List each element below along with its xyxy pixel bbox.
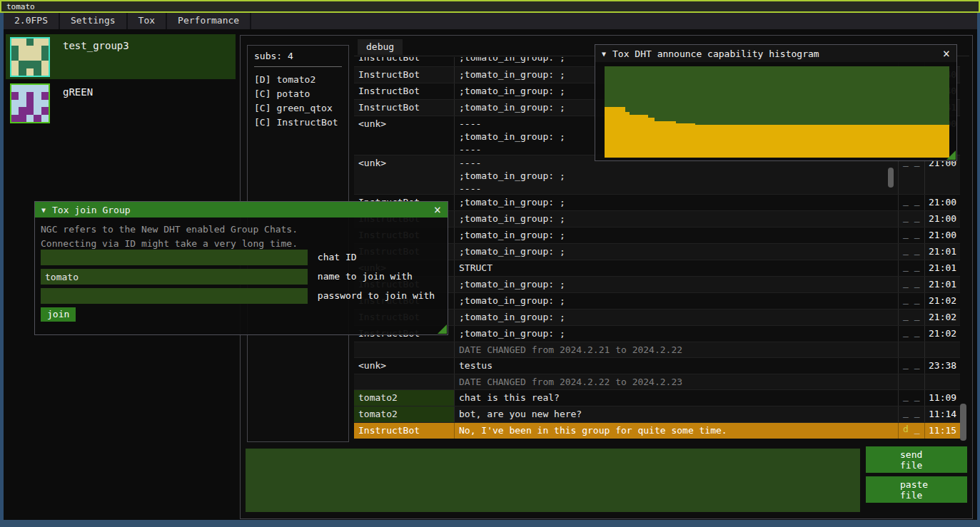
window-border-right [977, 13, 980, 520]
receipt-cell: _ _ [898, 390, 924, 406]
group-avatar [10, 37, 50, 77]
join-window-titlebar[interactable]: ▼ Tox join Group × [35, 202, 448, 218]
chat-scrollbar-thumb[interactable] [960, 404, 966, 441]
close-icon[interactable]: × [943, 48, 950, 59]
join-name-label: name to join with [318, 269, 413, 285]
receipt-indicator: _ [909, 245, 920, 255]
menu-performance[interactable]: Performance [167, 13, 251, 29]
join-password-input[interactable] [41, 288, 308, 304]
menu-tox[interactable]: Tox [128, 13, 167, 29]
peer-item-green_qtox[interactable]: [C]green_qtox [254, 101, 342, 116]
peer-item-potato[interactable]: [C]potato [254, 87, 342, 101]
sender-name-cell: InstructBot [354, 57, 454, 66]
group-item-gREEN[interactable]: gREEN [6, 81, 236, 126]
timestamp-cell: 21:01 [924, 260, 960, 276]
peer-item-tomato2[interactable]: [D]tomato2 [254, 73, 342, 87]
date-changed-row[interactable]: DATE CHANGED from 2024.2.21 to 2024.2.22 [354, 342, 960, 357]
receipt-indicator: _ [909, 294, 920, 305]
receipt-cell: _ _ [898, 244, 924, 260]
join-name-input[interactable] [41, 269, 308, 285]
receipt-indicator: _ [903, 245, 909, 255]
app-window: tomato 2.0FPS Settings Tox Performance t… [0, 0, 980, 527]
timestamp-cell: 11:14 [924, 406, 960, 422]
send-file-label: send file [900, 449, 933, 471]
message-input[interactable] [246, 449, 860, 512]
peer-item-InstructBot[interactable]: [C]InstructBot [254, 116, 342, 130]
dht-capability-histogram-plot [605, 66, 949, 158]
close-icon[interactable]: × [434, 205, 441, 215]
window-border-bottom [0, 520, 980, 527]
timestamp-cell: 11:09 [924, 390, 960, 406]
sender-name-cell: InstructBot [354, 67, 454, 83]
message-row[interactable]: <unk>testus_ _23:38 [354, 357, 960, 374]
date-changed-row[interactable]: DATE CHANGED from 2024.2.22 to 2024.2.23 [354, 374, 960, 389]
message-row[interactable]: tomato2bot, are you new here?_ _11:14 [354, 406, 960, 422]
message-row[interactable]: InstructBotNo, I've been in this group f… [354, 422, 960, 439]
paste-file-button[interactable]: paste file [866, 476, 967, 503]
paste-file-label: paste file [900, 479, 933, 501]
timestamp-cell: 11:15 [924, 423, 960, 439]
send-file-button[interactable]: send file [866, 446, 967, 473]
receipt-indicator: _ [909, 327, 920, 337]
secondary-scrollbar-thumb[interactable] [888, 168, 894, 188]
timestamp-cell: 21:00 [924, 227, 960, 243]
sender-name-cell: tomato2 [354, 406, 454, 422]
timestamp-cell: 21:00 [924, 211, 960, 227]
message-cell: bot, are you new here? [454, 406, 898, 422]
receipt-indicator: _ [903, 310, 909, 321]
receipt-indicator: _ [903, 391, 909, 401]
message-cell: ;tomato_in_group: ; [454, 227, 898, 243]
sender-name-cell [354, 342, 454, 357]
receipt-cell [898, 374, 924, 389]
receipt-indicator: _ [909, 261, 920, 272]
collapse-arrow-icon[interactable]: ▼ [602, 50, 606, 58]
receipt-indicator: _ [903, 212, 909, 222]
fps-counter: 2.0FPS [4, 13, 60, 29]
join-description: NGC refers to the New DHT enabled Group … [35, 218, 448, 251]
join-button[interactable]: join [41, 307, 76, 322]
collapse-arrow-icon[interactable]: ▼ [41, 206, 46, 214]
receipt-cell [898, 342, 924, 357]
histogram-window-titlebar[interactable]: ▼ Tox DHT announce capability histogram … [595, 45, 956, 62]
message-cell: ;tomato_in_group: ; [454, 244, 898, 260]
receipt-indicator: _ [903, 228, 909, 239]
message-cell: ----;tomato_in_group: ;---- [454, 155, 898, 194]
receipt-indicator: _ [909, 277, 920, 288]
message-cell: ;tomato_in_group: ; [454, 326, 898, 342]
peer-connection-tag: [C] [254, 88, 271, 99]
peer-connection-tag: [C] [254, 117, 271, 128]
peer-connection-tag: [D] [254, 74, 271, 85]
message-cell: chat is this real? [454, 390, 898, 406]
chat-id-input[interactable] [41, 250, 308, 265]
join-group-window: ▼ Tox join Group × NGC refers to the New… [34, 201, 448, 335]
tab-debug[interactable]: debug [358, 39, 403, 55]
peer-list: [D]tomato2[C]potato[C]green_qtox[C]Instr… [254, 73, 342, 130]
message-row[interactable]: tomato2chat is this real?_ _11:09 [354, 389, 960, 406]
window-titlebar[interactable]: tomato [0, 0, 980, 13]
histogram-segment [675, 123, 695, 158]
resize-grip[interactable] [946, 150, 956, 160]
receipt-indicator: _ [903, 359, 909, 369]
message-cell: DATE CHANGED from 2024.2.21 to 2024.2.22 [454, 342, 898, 357]
sender-name-cell: <unk> [354, 116, 454, 155]
group-name-label: test_group3 [63, 40, 129, 51]
peer-name: green_qtox [276, 103, 332, 113]
join-description-line2: Connecting via ID might take a very long… [41, 237, 448, 251]
group-item-test_group3[interactable]: test_group3 [6, 34, 236, 79]
sender-name-cell: InstructBot [354, 423, 454, 439]
timestamp-cell: 21:00 [924, 195, 960, 210]
message-cell: ;tomato_in_group: ; [454, 211, 898, 227]
group-avatar [10, 83, 50, 123]
menu-bar: 2.0FPS Settings Tox Performance [4, 13, 977, 29]
receipt-indicator: d [903, 424, 909, 434]
chat-id-label: chat ID [318, 250, 357, 265]
receipt-indicator: _ [903, 277, 909, 288]
menu-settings[interactable]: Settings [60, 13, 128, 29]
window-border-left [0, 13, 4, 520]
resize-grip[interactable] [438, 324, 447, 334]
receipt-indicator: _ [903, 327, 909, 337]
join-password-label: password to join with [318, 288, 435, 304]
sender-name-cell: tomato2 [354, 390, 454, 406]
receipt-indicator: _ [909, 212, 920, 222]
timestamp-cell: 23:38 [924, 358, 960, 374]
